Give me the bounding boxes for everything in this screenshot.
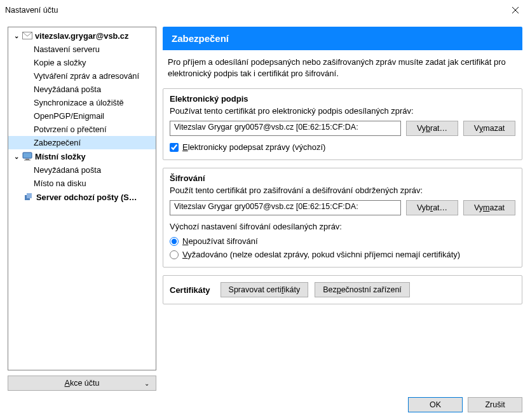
encryption-cert-field[interactable]: Vitezslav Grygar gry0057@vsb.cz [0E:62:1… xyxy=(170,200,401,215)
account-actions-button[interactable]: Akce účtu ⌄ xyxy=(8,376,156,391)
signing-default-label: Elektronicky podepsat zprávy (výchozí) xyxy=(182,142,325,152)
sidebar-item-openpgp[interactable]: OpenPGP/Enigmail xyxy=(8,109,156,123)
svg-rect-2 xyxy=(25,159,29,160)
twisty-icon: ⌄ xyxy=(13,153,20,160)
svg-rect-5 xyxy=(27,193,32,198)
svg-rect-3 xyxy=(24,160,31,161)
dialog-footer: OK Zrušit xyxy=(0,392,530,420)
account-tree[interactable]: ⌄ vitezslav.grygar@vsb.cz Nastavení serv… xyxy=(8,27,156,370)
main-panel: Zabezpečení Pro příjem a odesílání podep… xyxy=(163,27,522,391)
encryption-radio-none[interactable] xyxy=(170,237,179,246)
close-button[interactable] xyxy=(501,0,530,20)
certificates-row: Certifikáty Spravovat certifikáty Bezpeč… xyxy=(163,275,522,304)
signing-clear-button[interactable]: Vymazat xyxy=(463,121,515,136)
encryption-radio-required-row: Vyžadováno (nelze odeslat zprávy, pokud … xyxy=(170,250,515,259)
account-node-vitezslav[interactable]: ⌄ vitezslav.grygar@vsb.cz xyxy=(8,29,156,43)
window-title: Nastavení účtu xyxy=(5,6,501,15)
title-bar: Nastavení účtu xyxy=(0,0,530,20)
security-devices-button[interactable]: Bezpečnostní zařízení xyxy=(315,282,410,297)
signing-heading: Elektronický podpis xyxy=(170,94,515,104)
account-node-local[interactable]: ⌄ Místní složky xyxy=(8,149,156,163)
signing-cert-row: Vitezslav Grygar gry0057@vsb.cz [0E:62:1… xyxy=(170,121,515,136)
close-icon xyxy=(512,7,519,13)
manage-certificates-button[interactable]: Spravovat certifikáty xyxy=(221,282,309,297)
account-actions-bar: Akce účtu ⌄ xyxy=(8,376,156,391)
panel-intro: Pro příjem a odesílání podepsaných nebo … xyxy=(163,50,522,88)
encryption-default-label: Výchozí nastavení šifrování odesílaných … xyxy=(170,222,515,231)
panel-banner: Zabezpečení xyxy=(163,27,522,50)
sidebar: ⌄ vitezslav.grygar@vsb.cz Nastavení serv… xyxy=(8,27,156,391)
sidebar-item-receipts[interactable]: Potvrzení o přečtení xyxy=(8,123,156,136)
account-actions-label: Akce účtu xyxy=(65,379,100,388)
encryption-cert-row: Vitezslav Grygar gry0057@vsb.cz [0E:62:1… xyxy=(170,200,515,215)
sidebar-item-diskspace[interactable]: Místo na disku xyxy=(8,177,156,190)
svg-rect-1 xyxy=(23,152,32,158)
signing-select-button[interactable]: Vybrat… xyxy=(406,121,458,136)
sidebar-item-copies-folders[interactable]: Kopie a složky xyxy=(8,56,156,69)
account-label: Místní složky xyxy=(35,152,86,161)
signing-default-checkbox[interactable] xyxy=(170,143,179,152)
twisty-icon: ⌄ xyxy=(13,32,20,39)
sidebar-item-junk[interactable]: Nevyžádaná pošta xyxy=(8,83,156,96)
sidebar-item-security[interactable]: Zabezpečení xyxy=(8,136,156,149)
chevron-down-icon: ⌄ xyxy=(144,380,149,387)
certificates-label: Certifikáty xyxy=(170,285,210,295)
cancel-button[interactable]: Zrušit xyxy=(468,397,522,412)
signing-group: Elektronický podpis Používat tento certi… xyxy=(163,88,522,160)
encryption-radio-none-label: Nepoužívat šifrování xyxy=(182,236,258,246)
ok-button[interactable]: OK xyxy=(408,397,463,412)
encryption-clear-button[interactable]: Vymazat xyxy=(463,200,515,215)
account-label: vitezslav.grygar@vsb.cz xyxy=(35,31,128,41)
workarea: ⌄ vitezslav.grygar@vsb.cz Nastavení serv… xyxy=(0,20,530,392)
encryption-radio-none-row: Nepoužívat šifrování xyxy=(170,236,515,246)
encryption-heading: Šifrování xyxy=(170,173,515,183)
envelope-icon xyxy=(22,30,32,41)
smtp-icon xyxy=(24,192,34,202)
signing-default-check-row: Elektronicky podepsat zprávy (výchozí) xyxy=(170,142,515,152)
account-node-outgoing[interactable]: Server odchozí pošty (S… xyxy=(8,190,156,204)
outgoing-label: Server odchozí pošty (S… xyxy=(36,193,137,202)
encryption-group: Šifrování Použít tento certifikát pro za… xyxy=(163,168,522,268)
encryption-select-button[interactable]: Vybrat… xyxy=(406,200,458,215)
signing-cert-field[interactable]: Vitezslav Grygar gry0057@vsb.cz [0E:62:1… xyxy=(170,121,401,136)
encryption-radio-required-label: Vyžadováno (nelze odeslat zprávy, pokud … xyxy=(182,250,460,259)
encryption-radio-required[interactable] xyxy=(170,250,179,259)
sidebar-item-server-settings[interactable]: Nastavení serveru xyxy=(8,43,156,56)
sidebar-item-local-junk[interactable]: Nevyžádaná pošta xyxy=(8,163,156,177)
sidebar-item-compose[interactable]: Vytváření zpráv a adresování xyxy=(8,69,156,83)
encryption-desc: Použít tento certifikát pro zašifrování … xyxy=(170,186,515,195)
sidebar-item-sync[interactable]: Synchronizace a úložiště xyxy=(8,96,156,109)
signing-desc: Používat tento certifikát pro elektronic… xyxy=(170,106,515,116)
monitor-icon xyxy=(22,151,32,161)
